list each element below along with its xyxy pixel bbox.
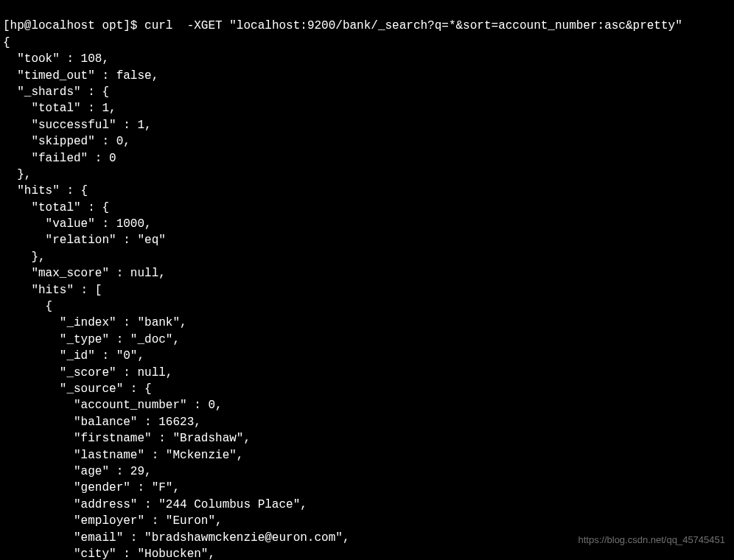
command-text: curl -XGET "localhost:9200/bank/_search?…: [144, 19, 682, 32]
terminal-window[interactable]: [hp@localhost opt]$ curl -XGET "localhos…: [3, 1, 731, 560]
watermark-text: https://blog.csdn.net/qq_45745451: [579, 533, 726, 547]
command-output: { "took" : 108, "timed_out" : false, "_s…: [3, 35, 731, 560]
command-prompt-line: [hp@localhost opt]$ curl -XGET "localhos…: [3, 19, 682, 32]
shell-prompt: [hp@localhost opt]$: [3, 19, 137, 32]
